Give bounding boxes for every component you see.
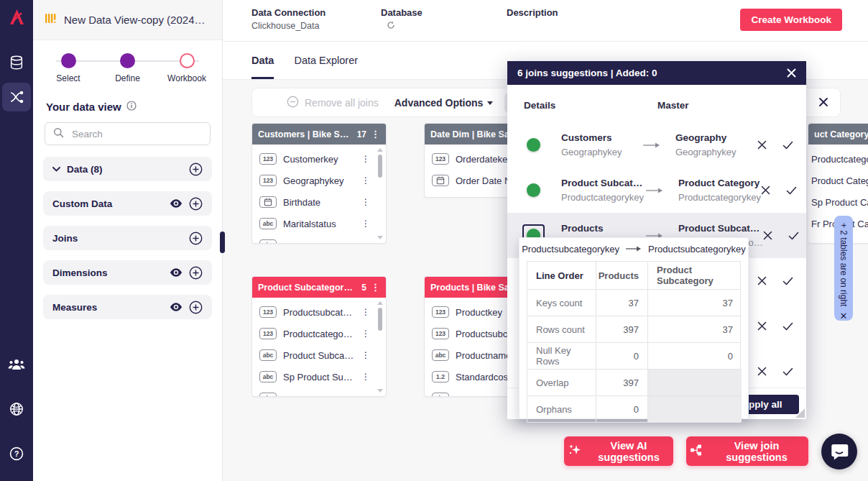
field-label: Product Category: [811, 175, 868, 186]
plus-circle-icon[interactable]: [189, 266, 203, 280]
tables-on-right-label: + 2 tables are on right: [839, 223, 849, 306]
plus-circle-icon[interactable]: [189, 162, 203, 176]
tab-data-explorer[interactable]: Data Explorer: [294, 55, 358, 79]
kebab-menu-icon[interactable]: ⋮: [361, 219, 370, 228]
str-type-icon: abc: [259, 371, 277, 382]
field-label: Productsubcategorykey: [283, 307, 355, 318]
toolbar-close-icon[interactable]: [818, 97, 828, 110]
columns-icon: [45, 12, 57, 27]
accept-join-icon[interactable]: [782, 322, 793, 331]
accept-join-icon[interactable]: [788, 232, 799, 240]
card-scrollbar[interactable]: [376, 146, 384, 242]
plus-circle-icon[interactable]: [189, 232, 203, 245]
globe-icon[interactable]: [2, 395, 31, 423]
advanced-options-dropdown[interactable]: Advanced Options: [394, 97, 494, 109]
reject-join-icon[interactable]: [757, 321, 767, 331]
kebab-menu-icon[interactable]: ⋮: [361, 176, 370, 185]
eye-icon[interactable]: [170, 199, 183, 208]
field-row[interactable]: 123Geographykey⋮: [252, 170, 386, 191]
sidebar-resize-handle[interactable]: [220, 232, 225, 253]
stepper-step-define[interactable]: Define: [106, 53, 150, 83]
field-row[interactable]: 123Productcategorykey⋮: [252, 323, 386, 344]
sidebar-section-dimensions[interactable]: Dimensions: [43, 260, 212, 285]
view-ai-suggestions-button[interactable]: View AI suggestions: [564, 436, 673, 466]
accept-join-icon[interactable]: [782, 277, 793, 285]
stats-value-cell: 0: [596, 395, 647, 422]
sidebar-section-joins[interactable]: Joins: [43, 226, 212, 250]
field-row[interactable]: abc: [252, 388, 386, 397]
database-icon[interactable]: [2, 48, 31, 77]
users-icon[interactable]: [2, 350, 31, 379]
reject-join-icon[interactable]: [757, 276, 767, 285]
accept-join-icon[interactable]: [786, 186, 797, 195]
table-card-product-subcategory[interactable]: Product Subcategory | Bike Sales5⋮123Pro…: [251, 276, 387, 397]
sidebar-section-data-8[interactable]: Data (8): [43, 157, 212, 181]
eye-icon[interactable]: [170, 303, 183, 311]
field-row[interactable]: Product Category: [808, 170, 868, 191]
field-row[interactable]: 123Customerkey⋮: [252, 148, 386, 170]
field-row[interactable]: Birthdate⋮: [252, 191, 386, 213]
join-status-indicator: [522, 134, 545, 156]
modal-close-icon[interactable]: [787, 68, 796, 78]
field-row[interactable]: 123Productsubcategorykey⋮: [252, 301, 386, 323]
side-tab-close-icon[interactable]: ✕: [839, 311, 849, 321]
field-row[interactable]: Productcategorykey: [808, 148, 868, 170]
field-label: Productcategorykey: [283, 329, 355, 339]
kebab-menu-icon[interactable]: ⋮: [361, 351, 370, 359]
join-suggestion-row[interactable]: CustomersGeographykeyGeographyGeographyk…: [507, 122, 806, 168]
field-row[interactable]: abcSp Product Subcategory⋮: [252, 366, 386, 388]
kebab-menu-icon[interactable]: ⋮: [361, 155, 370, 163]
stepper-step-workbook[interactable]: Workbook: [165, 53, 209, 83]
card-scrollbar[interactable]: [376, 299, 384, 395]
heading-label: Your data view: [46, 101, 121, 113]
stats-value-cell: 0: [647, 342, 742, 369]
dataview-header: New Data View-copy (2024…: [33, 0, 222, 40]
str-type-icon: abc: [259, 218, 277, 229]
table-card-customers[interactable]: Customers | Bike Sales17⋮123Customerkey⋮…: [251, 123, 387, 244]
reject-join-icon[interactable]: [761, 185, 770, 195]
reject-join-icon[interactable]: [763, 231, 772, 240]
reject-join-icon[interactable]: [757, 367, 767, 376]
str-type-icon: abc: [432, 393, 449, 397]
master-key-name: Productcategorykey: [678, 192, 761, 203]
help-icon[interactable]: ?: [2, 439, 31, 468]
refresh-icon[interactable]: [381, 21, 423, 32]
topbar: Data Connection Clickhouse_Data Database…: [223, 0, 868, 42]
kebab-menu-icon[interactable]: ⋮: [361, 308, 370, 316]
stats-row-label: Null Key Rows: [527, 342, 596, 369]
num-type-icon: 123: [259, 306, 277, 318]
view-join-suggestions-button[interactable]: View join suggestions: [686, 436, 808, 466]
reject-join-icon[interactable]: [757, 140, 767, 150]
field-row[interactable]: Sp Product Category: [808, 191, 868, 213]
modal-resize-handle[interactable]: [795, 408, 805, 418]
kebab-menu-icon[interactable]: ⋮: [371, 129, 380, 139]
field-row[interactable]: abc: [252, 234, 386, 244]
join-suggestion-row[interactable]: Product SubcategoryProductcategorykeyPro…: [507, 168, 806, 213]
sidebar-section-measures[interactable]: Measures: [43, 295, 212, 319]
field-row[interactable]: abcMaritalstatus⋮: [252, 213, 386, 234]
tab-data[interactable]: Data: [251, 55, 274, 79]
dataview-title: New Data View-copy (2024…: [64, 14, 205, 26]
field-row[interactable]: abcProduct Subcategory⋮: [252, 344, 386, 366]
tables-on-right-tab[interactable]: + 2 tables are on right ✕: [834, 216, 853, 321]
accept-join-icon[interactable]: [782, 367, 793, 376]
plus-circle-icon[interactable]: [189, 301, 203, 314]
str-type-icon: abc: [259, 349, 277, 361]
chat-help-button[interactable]: [821, 434, 857, 469]
kebab-menu-icon[interactable]: ⋮: [361, 198, 370, 206]
plus-circle-icon[interactable]: [189, 197, 203, 211]
kebab-menu-icon[interactable]: ⋮: [361, 329, 370, 338]
left-icon-rail: ?: [0, 0, 33, 481]
kebab-menu-icon[interactable]: ⋮: [361, 372, 370, 381]
kebab-menu-icon[interactable]: ⋮: [371, 283, 380, 292]
search-input[interactable]: [70, 128, 202, 140]
create-workbook-button[interactable]: Create Workbook: [740, 9, 842, 31]
modal-header[interactable]: 6 joins suggestions | Added: 0: [507, 61, 806, 85]
accept-join-icon[interactable]: [782, 141, 793, 150]
data-model-icon[interactable]: [2, 83, 31, 111]
stepper-step-select[interactable]: Select: [46, 53, 91, 83]
info-icon[interactable]: [126, 101, 137, 113]
eye-icon[interactable]: [170, 268, 183, 277]
sidebar-section-custom-data[interactable]: Custom Data: [43, 191, 212, 216]
remove-all-joins-button[interactable]: Remove all joins: [287, 96, 379, 110]
